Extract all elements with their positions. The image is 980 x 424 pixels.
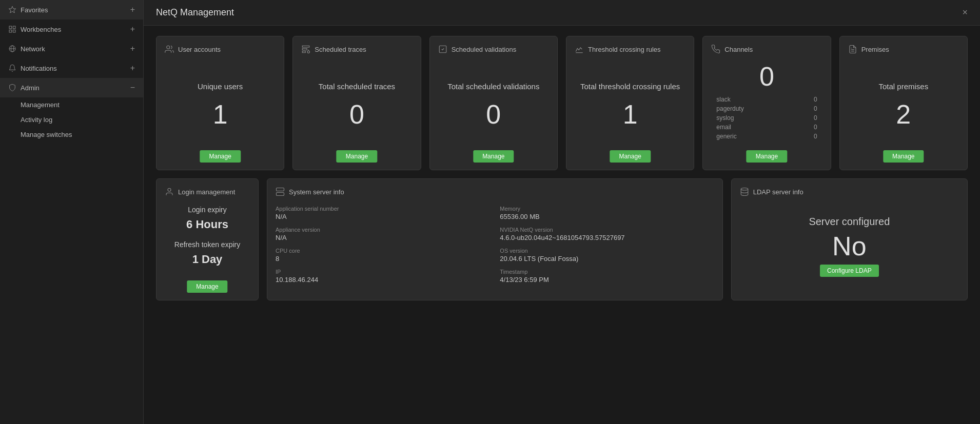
workbenches-expand-icon[interactable]: + (130, 25, 135, 34)
sidebar-label-network: Network (21, 45, 45, 53)
channels-slack-value: 0 (814, 96, 817, 103)
channels-syslog-value: 0 (814, 114, 817, 122)
premises-title: Premises (861, 46, 889, 53)
login-expiry-label: Login expiry (188, 206, 227, 214)
sidebar-item-favorites[interactable]: Favorites + (0, 0, 143, 19)
svg-point-8 (167, 46, 170, 49)
system-server-body: Application serial number N/A Memory 655… (276, 200, 714, 289)
login-management-header: Login management (165, 187, 250, 196)
validation-icon (438, 45, 447, 54)
user-accounts-stat-value: 1 (213, 101, 228, 128)
refresh-token-label: Refresh token expiry (174, 240, 240, 249)
sidebar-item-workbenches[interactable]: Workbenches + (0, 19, 143, 39)
channels-stat-value: 0 (759, 63, 774, 90)
channels-email-label: email (716, 124, 731, 131)
channels-row-syslog: syslog 0 (716, 113, 817, 123)
trace-icon (301, 45, 310, 54)
premises-header: Premises (848, 45, 959, 54)
svg-rect-2 (13, 26, 15, 29)
system-field-memory: Memory 65536.00 MB (500, 206, 714, 220)
channels-row-pagerduty: pagerduty 0 (716, 104, 817, 113)
ldap-icon (740, 187, 749, 196)
system-field-timestamp: Timestamp 4/13/23 6:59 PM (500, 269, 714, 284)
dashboard-content: User accounts Unique users 1 Manage Sche… (144, 26, 980, 424)
configure-ldap-button[interactable]: Configure LDAP (820, 265, 879, 277)
system-field-netq-version-value: 4.6.0-ub20.04u42~1681054793.57527697 (500, 234, 624, 241)
svg-marker-0 (9, 6, 15, 13)
svg-point-19 (741, 188, 748, 191)
system-field-appliance-version-label: Appliance version (276, 227, 489, 233)
threshold-crossing-body: Total threshold crossing rules 1 (575, 58, 685, 161)
star-icon (8, 6, 16, 14)
sidebar-item-network[interactable]: Network + (0, 39, 143, 58)
premises-card: Premises Total premises 2 Manage (839, 36, 968, 170)
system-field-cpu-label: CPU core (276, 248, 489, 254)
scheduled-validations-header: Scheduled validations (438, 45, 549, 54)
close-button[interactable]: × (962, 7, 968, 18)
channels-icon (711, 45, 720, 54)
user-accounts-stat-label: Unique users (198, 82, 243, 91)
ldap-server-configured-value: No (832, 233, 866, 259)
channels-title: Channels (724, 46, 753, 53)
system-field-ip-label: IP (276, 269, 489, 275)
svg-rect-3 (9, 30, 12, 32)
main-content: NetQ Management × User accounts Unique u… (144, 0, 980, 424)
system-field-os: OS version 20.04.6 LTS (Focal Fossa) (500, 248, 714, 263)
system-field-os-value: 20.04.6 LTS (Focal Fossa) (500, 255, 578, 263)
system-field-ip: IP 10.188.46.244 (276, 269, 489, 284)
system-field-cpu: CPU core 8 (276, 248, 489, 263)
scheduled-validations-body: Total scheduled validations 0 (438, 58, 549, 161)
channels-body: 0 slack 0 pagerduty 0 syslog 0 (711, 58, 822, 161)
system-field-timestamp-label: Timestamp (500, 269, 714, 275)
user-accounts-manage-button[interactable]: Manage (200, 150, 240, 163)
scheduled-validations-card: Scheduled validations Total scheduled va… (429, 36, 558, 170)
premises-body: Total premises 2 (848, 58, 959, 161)
user-accounts-body: Unique users 1 (165, 58, 276, 161)
premises-manage-button[interactable]: Manage (883, 150, 924, 163)
system-field-cpu-value: 8 (276, 255, 279, 263)
sidebar-sub-manage-switches[interactable]: Manage switches (0, 127, 143, 142)
sidebar-label-workbenches: Workbenches (21, 26, 61, 33)
sidebar-sub-activity-log[interactable]: Activity log (0, 112, 143, 127)
channels-generic-value: 0 (814, 133, 817, 140)
login-management-manage-button[interactable]: Manage (187, 280, 227, 293)
svg-point-9 (307, 51, 310, 53)
channels-row-email: email 0 (716, 123, 817, 132)
channels-generic-label: generic (716, 133, 736, 140)
network-expand-icon[interactable]: + (130, 44, 135, 53)
svg-rect-16 (277, 193, 284, 196)
ldap-server-title: LDAP server info (753, 188, 803, 196)
user-accounts-title: User accounts (178, 46, 221, 53)
svg-rect-15 (277, 188, 284, 191)
sidebar-item-admin[interactable]: Admin − (0, 78, 143, 97)
system-field-appliance-version: Appliance version N/A (276, 227, 489, 241)
login-management-title: Login management (178, 188, 235, 196)
threshold-icon (575, 45, 584, 54)
threshold-crossing-title: Threshold crossing rules (588, 46, 661, 53)
sidebar-sub-management[interactable]: Management (0, 97, 143, 112)
scheduled-traces-header: Scheduled traces (301, 45, 412, 54)
svg-point-14 (168, 188, 171, 191)
sidebar-label-admin: Admin (21, 84, 40, 92)
system-field-serial-label: Application serial number (276, 206, 489, 212)
channels-card: Channels 0 slack 0 pagerduty 0 (702, 36, 831, 170)
favorites-expand-icon[interactable]: + (130, 5, 135, 14)
page-title: NetQ Management (156, 7, 234, 18)
channels-row-slack: slack 0 (716, 95, 817, 104)
threshold-crossing-manage-button[interactable]: Manage (610, 150, 650, 163)
channels-syslog-label: syslog (716, 114, 734, 122)
system-field-netq-version: NVIDIA NetQ version 4.6.0-ub20.04u42~168… (500, 227, 714, 241)
svg-rect-1 (9, 26, 12, 29)
scheduled-validations-manage-button[interactable]: Manage (473, 150, 514, 163)
globe-icon (8, 45, 16, 53)
scheduled-traces-manage-button[interactable]: Manage (337, 150, 377, 163)
ldap-server-card: LDAP server info Server configured No Co… (731, 178, 968, 300)
notifications-expand-icon[interactable]: + (130, 64, 135, 73)
server-icon (276, 187, 285, 196)
system-server-card: System server info Application serial nu… (267, 178, 723, 300)
channels-manage-button[interactable]: Manage (747, 150, 787, 163)
admin-collapse-icon[interactable]: − (130, 83, 135, 92)
scheduled-traces-title: Scheduled traces (315, 46, 366, 53)
sidebar-item-notifications[interactable]: Notifications + (0, 58, 143, 78)
system-server-header: System server info (276, 187, 714, 196)
